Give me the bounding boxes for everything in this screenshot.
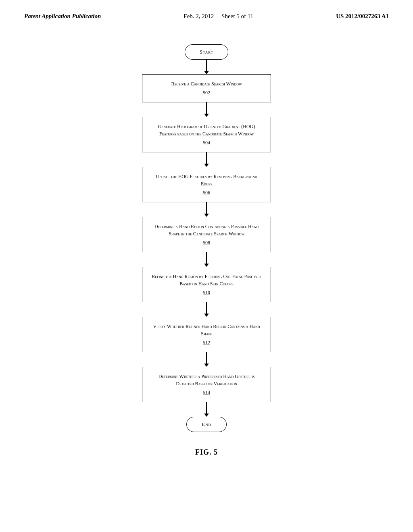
- arrow-7: [204, 352, 209, 367]
- figure-caption: FIG. 5: [195, 448, 218, 457]
- arrow-head: [204, 71, 209, 74]
- step-512: Verify Whether Refined Hand Region Conta…: [142, 317, 271, 352]
- step-508-number: 508: [150, 239, 263, 246]
- end-oval: End: [186, 417, 227, 432]
- step-502: Receive a Candidate Search Window 502: [142, 74, 271, 102]
- step-508-text: Determine a Hand Region Containing a Pos…: [154, 224, 259, 237]
- arrow-line: [206, 60, 207, 71]
- step-508: Determine a Hand Region Containing a Pos…: [142, 217, 271, 252]
- step-502-text: Receive a Candidate Search Window: [171, 81, 242, 87]
- arrow-line: [206, 352, 207, 364]
- arrow-line: [206, 302, 207, 314]
- arrow-line: [206, 252, 207, 264]
- arrow-head: [204, 364, 209, 367]
- arrow-4: [204, 202, 209, 217]
- arrow-6: [204, 302, 209, 317]
- arrow-head: [204, 214, 209, 217]
- end-label: End: [202, 421, 211, 427]
- publication-label: Patent Application Publication: [24, 13, 101, 20]
- step-502-number: 502: [150, 89, 263, 96]
- arrow-head: [204, 164, 209, 167]
- arrow-head: [204, 314, 209, 317]
- patent-number: US 2012/0027263 A1: [336, 13, 389, 20]
- step-510-text: Refine the Hand Region by Filtering Out …: [152, 274, 261, 287]
- step-510-number: 510: [150, 289, 263, 296]
- start-label: Start: [200, 49, 213, 55]
- arrow-line: [206, 102, 207, 114]
- step-514-number: 514: [150, 389, 263, 396]
- arrow-1: [204, 60, 209, 74]
- page-header: Patent Application Publication Feb. 2, 2…: [0, 0, 413, 28]
- step-506: Update the HOG Features by Removing Back…: [142, 167, 271, 202]
- step-514-text: Determine Whether a Predefined Hand Gest…: [159, 374, 255, 387]
- header-date-sheet: Feb. 2, 2012 Sheet 5 of 11: [184, 13, 253, 20]
- arrow-head: [204, 414, 209, 417]
- step-506-number: 506: [150, 189, 263, 196]
- step-504-number: 504: [150, 139, 263, 146]
- step-504-text: Generate Histogram of Oriented Gradient …: [158, 124, 255, 137]
- arrow-head: [204, 114, 209, 117]
- arrow-2: [204, 102, 209, 117]
- step-506-text: Update the HOG Features by Removing Back…: [156, 174, 257, 187]
- arrow-3: [204, 152, 209, 167]
- flowchart: Start Receive a Candidate Search Window …: [8, 44, 405, 432]
- start-oval: Start: [185, 44, 228, 60]
- arrow-8: [204, 402, 209, 417]
- arrow-5: [204, 252, 209, 267]
- step-514: Determine Whether a Predefined Hand Gest…: [142, 367, 271, 402]
- arrow-line: [206, 152, 207, 164]
- header-sheet: Sheet 5 of 11: [221, 13, 253, 19]
- step-512-text: Verify Whether Refined Hand Region Conta…: [153, 324, 260, 337]
- header-date: Feb. 2, 2012: [184, 13, 214, 19]
- arrow-line: [206, 202, 207, 214]
- arrow-head: [204, 264, 209, 267]
- step-512-number: 512: [150, 339, 263, 346]
- main-content: Start Receive a Candidate Search Window …: [0, 28, 413, 465]
- step-504: Generate Histogram of Oriented Gradient …: [142, 117, 271, 152]
- step-510: Refine the Hand Region by Filtering Out …: [142, 267, 271, 302]
- arrow-line: [206, 402, 207, 414]
